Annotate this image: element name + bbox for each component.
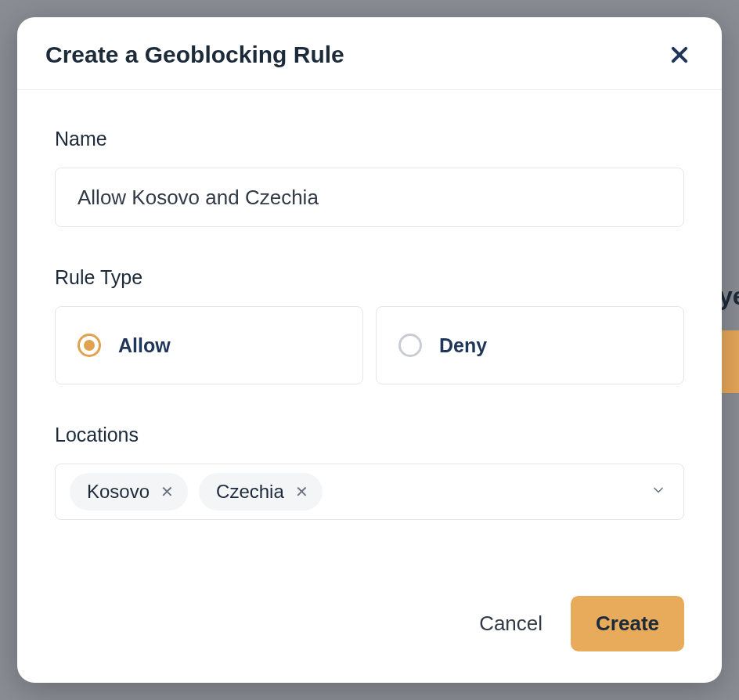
radio-icon <box>398 334 422 357</box>
name-label: Name <box>55 128 684 150</box>
modal-body: Name Rule Type Allow Deny Locations <box>17 90 722 596</box>
remove-chip-icon[interactable]: ✕ <box>160 484 174 500</box>
rule-type-options: Allow Deny <box>55 306 684 384</box>
rule-type-field-group: Rule Type Allow Deny <box>55 266 684 384</box>
name-input[interactable] <box>55 168 684 227</box>
rule-type-deny-option[interactable]: Deny <box>376 306 684 384</box>
create-geoblocking-rule-modal: Create a Geoblocking Rule Name Rule Type… <box>17 17 722 683</box>
locations-multiselect[interactable]: Kosovo ✕ Czechia ✕ <box>55 464 684 520</box>
modal-title: Create a Geoblocking Rule <box>45 41 344 68</box>
remove-chip-icon[interactable]: ✕ <box>295 484 308 500</box>
close-button[interactable] <box>665 41 694 69</box>
location-chip-label: Czechia <box>216 481 284 503</box>
rule-type-allow-label: Allow <box>118 334 171 357</box>
create-button[interactable]: Create <box>571 596 684 651</box>
rule-type-label: Rule Type <box>55 266 684 289</box>
modal-footer: Cancel Create <box>17 596 722 683</box>
rule-type-allow-option[interactable]: Allow <box>55 306 363 384</box>
locations-field-group: Locations Kosovo ✕ Czechia ✕ <box>55 424 684 520</box>
location-chip-label: Kosovo <box>87 481 150 503</box>
modal-header: Create a Geoblocking Rule <box>17 17 722 90</box>
rule-type-deny-label: Deny <box>439 334 487 357</box>
locations-label: Locations <box>55 424 684 446</box>
cancel-button[interactable]: Cancel <box>479 612 543 636</box>
close-icon <box>669 44 690 66</box>
chevron-down-icon <box>651 482 666 501</box>
radio-icon <box>78 334 101 357</box>
radio-dot-icon <box>84 340 95 351</box>
location-chip: Czechia ✕ <box>199 473 323 511</box>
location-chip: Kosovo ✕ <box>70 473 188 511</box>
name-field-group: Name <box>55 128 684 227</box>
